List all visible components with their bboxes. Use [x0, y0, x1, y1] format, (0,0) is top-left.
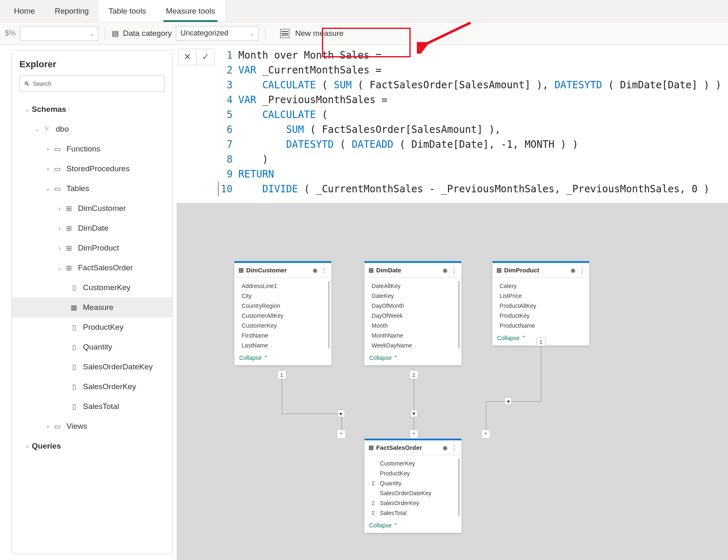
tree-schemas[interactable]: ⌵Schemas	[12, 99, 172, 119]
data-category-icon: ▤	[112, 29, 119, 38]
field[interactable]: City	[242, 291, 330, 301]
field[interactable]: ΣQuantity	[372, 478, 460, 488]
chevron-up-icon: ⌃	[393, 522, 398, 529]
field[interactable]: WeekDayName	[372, 340, 460, 350]
schema-icon: ⑂	[42, 125, 52, 133]
chevron-down-icon: ⌵	[90, 30, 94, 37]
tree-col-customerkey[interactable]: ▯CustomerKey	[12, 278, 172, 298]
tree-tables[interactable]: ⌵▭Tables	[12, 179, 172, 198]
field[interactable]: Month	[372, 321, 460, 331]
tree-col-quantity[interactable]: ▯Quantity	[12, 337, 172, 357]
tree-dimdate[interactable]: ›⊞DimDate	[12, 218, 172, 238]
field[interactable]: SalesOrderDateKey	[372, 488, 460, 498]
data-category-dropdown[interactable]: Uncategorized⌵	[176, 26, 258, 41]
table-icon: ⊞	[496, 267, 502, 274]
ribbon-toolbar: $% ⌵ ▤ Data category Uncategorized⌵ New …	[0, 22, 728, 45]
field[interactable]: CustomerKey	[242, 321, 330, 331]
sigma-icon: Σ	[372, 510, 378, 516]
field[interactable]: ProductKey	[372, 468, 460, 478]
eye-icon[interactable]: ◉	[570, 267, 576, 274]
tree-views[interactable]: ›▭Views	[12, 416, 172, 436]
entity-factsalesorder[interactable]: ⊞FactSalesOrder◉⋮ CustomerKey ProductKey…	[364, 439, 461, 533]
field[interactable]: ΣSalesOrderKey	[372, 498, 460, 508]
field[interactable]: ProductName	[500, 321, 588, 331]
folder-icon: ▭	[52, 422, 62, 431]
column-icon: ▯	[69, 343, 79, 352]
tab-table-tools[interactable]: Table tools	[99, 0, 156, 22]
tree-dimproduct[interactable]: ›⊞DimProduct	[12, 238, 172, 258]
formula-cancel-button[interactable]: ✕	[178, 49, 196, 65]
field[interactable]: CountryRegion	[242, 301, 330, 311]
dax-editor[interactable]: 1Month over Month Sales = 2VAR _CurrentM…	[215, 45, 728, 203]
measure-icon: ▦	[69, 303, 79, 312]
field[interactable]: DateAltKey	[372, 281, 460, 291]
field[interactable]: FirstName	[242, 331, 330, 340]
tree-queries[interactable]: ›Queries	[12, 436, 172, 456]
tree-col-salesorderdatekey[interactable]: ▯SalesOrderDateKey	[12, 357, 172, 377]
field[interactable]: AddressLine1	[242, 281, 330, 291]
field[interactable]: CustomerKey	[372, 458, 460, 468]
entity-dimcustomer[interactable]: ⊞DimCustomer◉⋮ AddressLine1 City Country…	[234, 261, 331, 365]
format-icon: $%	[5, 29, 16, 38]
table-icon: ⊞	[369, 444, 374, 451]
data-category-label: Data category	[123, 29, 172, 38]
model-canvas[interactable]: ⊞DimCustomer◉⋮ AddressLine1 City Country…	[177, 203, 728, 560]
column-icon: ▯	[69, 402, 79, 411]
filter-direction-icon: ◄	[504, 397, 512, 405]
field[interactable]: LastName	[242, 340, 330, 350]
entity-dimdate[interactable]: ⊞DimDate◉⋮ DateAltKey DateKey DayOfMonth…	[364, 261, 461, 365]
cardinality-many: *	[337, 430, 346, 439]
collapse-link[interactable]: Collapse ⌃	[234, 352, 331, 365]
field[interactable]: DayOfWeek	[372, 311, 460, 321]
formula-bar: ✕ ✓ 1Month over Month Sales = 2VAR _Curr…	[177, 45, 728, 203]
collapse-link[interactable]: Collapse ⌃	[364, 352, 461, 365]
tree-dimcustomer[interactable]: ›⊞DimCustomer	[12, 198, 172, 218]
column-icon: ▯	[69, 323, 79, 332]
more-icon[interactable]: ⋮	[451, 267, 457, 274]
tab-reporting[interactable]: Reporting	[45, 0, 99, 22]
table-icon: ⊞	[64, 204, 74, 213]
format-dropdown[interactable]: ⌵	[20, 26, 98, 41]
separator	[265, 27, 265, 40]
collapse-link[interactable]: Collapse ⌃	[364, 520, 461, 533]
more-icon[interactable]: ⋮	[451, 444, 457, 451]
more-icon[interactable]: ⋮	[579, 267, 585, 274]
field[interactable]: CustomerAltKey	[242, 311, 330, 321]
tree-col-measure[interactable]: ▦Measure	[12, 298, 172, 317]
cardinality-one: 1	[277, 370, 286, 379]
field[interactable]: DayOfMonth	[372, 301, 460, 311]
tab-home[interactable]: Home	[4, 0, 45, 22]
explorer-title: Explorer	[12, 57, 172, 76]
separator	[105, 27, 105, 40]
field[interactable]: DateKey	[372, 291, 460, 301]
formula-commit-button[interactable]: ✓	[196, 49, 215, 65]
tab-measure-tools[interactable]: Measure tools	[156, 0, 225, 22]
eye-icon[interactable]: ◉	[442, 444, 448, 451]
tree-dbo[interactable]: ⌵⑂dbo	[12, 119, 172, 139]
field[interactable]: MonthName	[372, 331, 460, 340]
field[interactable]: ΣSalesTotal	[372, 508, 460, 518]
more-icon[interactable]: ⋮	[321, 267, 327, 274]
tree-storedprocedures[interactable]: ›▭StoredProcedures	[12, 159, 172, 179]
table-icon: ⊞	[369, 267, 374, 274]
eye-icon[interactable]: ◉	[312, 267, 318, 274]
field[interactable]: ProductAltKey	[500, 301, 588, 311]
cardinality-one: 1	[537, 337, 546, 346]
new-measure-button[interactable]: New measure	[272, 24, 352, 43]
field[interactable]: ProductKey	[500, 311, 588, 321]
tree-factsalesorder[interactable]: ⌵⊞FactSalesOrder	[12, 258, 172, 278]
tree-col-salesorderkey[interactable]: ▯SalesOrderKey	[12, 377, 172, 397]
column-icon: ▯	[69, 383, 79, 391]
field[interactable]: ListPrice	[500, 291, 588, 301]
eye-icon[interactable]: ◉	[442, 267, 448, 274]
search-input[interactable]: 🔍︎ Search	[19, 76, 165, 92]
tree-functions[interactable]: ›▭Functions	[12, 139, 172, 159]
folder-icon: ▭	[52, 165, 62, 173]
field[interactable]: Catery	[500, 281, 588, 291]
tree-col-salestotal[interactable]: ▯SalesTotal	[12, 397, 172, 416]
column-icon: ▯	[69, 284, 79, 292]
column-icon: ▯	[69, 363, 79, 371]
cardinality-one: 1	[409, 370, 418, 379]
tree-col-productkey[interactable]: ▯ProductKey	[12, 317, 172, 337]
entity-dimproduct[interactable]: ⊞DimProduct◉⋮ Catery ListPrice ProductAl…	[492, 261, 589, 345]
